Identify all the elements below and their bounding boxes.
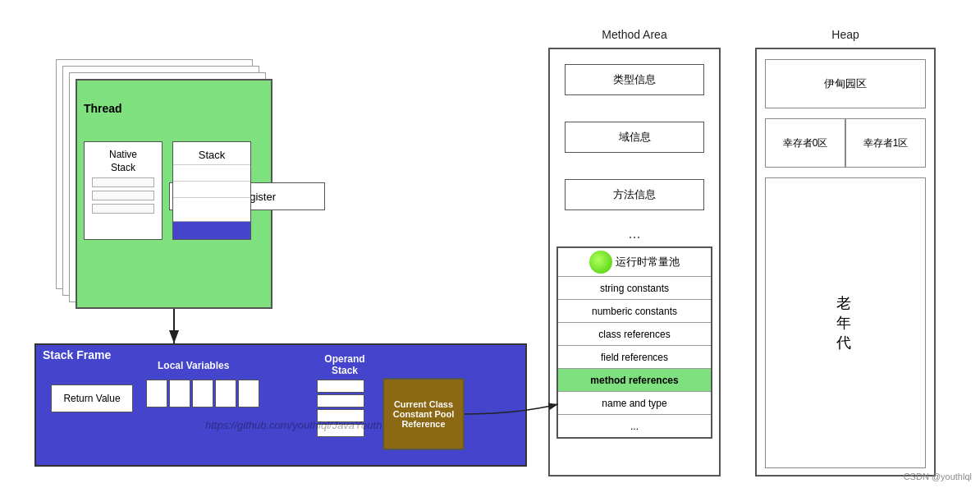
- stack-row-1: [173, 164, 250, 177]
- rcp-box: 运行时常量池 string constantsnumberic constant…: [556, 246, 712, 439]
- rcp-green-dot: [589, 251, 612, 274]
- native-stack-label: NativeStack: [109, 149, 137, 174]
- thread-box: PC Register Thread NativeStack Stack: [76, 79, 272, 309]
- heap-survivor-1-label: 幸存者1区: [863, 136, 909, 150]
- os-cell-2: [317, 394, 364, 407]
- ccpr-box: Current ClassConstant PoolReference: [382, 378, 465, 450]
- ma-item-method: 方法信息: [565, 179, 704, 210]
- native-stack-box: NativeStack: [84, 141, 163, 240]
- diagram-container: PC Register Thread NativeStack Stack Sta…: [0, 0, 980, 488]
- ma-item-method-label: 方法信息: [613, 187, 656, 202]
- heap-survivor-row: 幸存者0区 幸存者1区: [765, 118, 926, 168]
- rcp-row-4: method references: [558, 368, 711, 391]
- local-vars-label: Local Variables: [158, 360, 229, 371]
- rcp-row-3: field references: [558, 345, 711, 368]
- heap-eden-label: 伊甸园区: [824, 76, 867, 91]
- csdn-watermark: CSDN @youthlql: [904, 472, 972, 481]
- os-cell-1: [317, 380, 364, 393]
- rcp-title-row: 运行时常量池: [558, 248, 711, 276]
- operand-stack-label: OperandStack: [320, 353, 369, 376]
- method-area-title: Method Area: [548, 28, 721, 41]
- ma-item-domain-label: 域信息: [619, 130, 651, 145]
- return-value-box: Return Value: [51, 384, 133, 412]
- native-row-1: [92, 177, 153, 187]
- lv-cell-2: [169, 380, 190, 407]
- stack-row-2: [173, 181, 250, 194]
- heap-old-label: 老年代: [836, 293, 854, 352]
- lv-cell-1: [146, 380, 167, 407]
- rcp-row-2: class references: [558, 322, 711, 345]
- ma-item-type: 类型信息: [565, 64, 704, 95]
- native-row-3: [92, 204, 153, 214]
- return-value-label: Return Value: [63, 393, 120, 404]
- heap-survivor-1: 幸存者1区: [845, 118, 926, 168]
- stack-frame-label: Stack Frame: [43, 348, 111, 361]
- rcp-rows-container: string constantsnumberic constantsclass …: [558, 276, 711, 437]
- rcp-row-1: numberic constants: [558, 299, 711, 322]
- stack-box: Stack: [172, 141, 251, 240]
- heap-old: 老年代: [765, 177, 926, 468]
- rcp-row-6: ...: [558, 414, 711, 437]
- local-vars-cells: [146, 380, 259, 407]
- ccpr-label: Current ClassConstant PoolReference: [393, 399, 455, 429]
- lv-cell-4: [215, 380, 236, 407]
- ma-item-type-label: 类型信息: [613, 72, 656, 87]
- heap-eden: 伊甸园区: [765, 59, 926, 108]
- stack-label: Stack: [199, 149, 226, 161]
- rcp-row-0: string constants: [558, 276, 711, 299]
- csdn-handle: @youthlql: [932, 472, 972, 481]
- stack-row-3: [173, 197, 250, 210]
- dots-1: ...: [548, 225, 721, 242]
- lv-cell-3: [192, 380, 213, 407]
- stack-row-blue: [173, 221, 250, 239]
- ma-item-domain: 域信息: [565, 122, 704, 153]
- rcp-row-5: name and type: [558, 391, 711, 414]
- watermark: https://github.com/youthiql/JavaYouth: [205, 419, 382, 431]
- native-row-2: [92, 191, 153, 200]
- rcp-title-label: 运行时常量池: [616, 255, 680, 269]
- heap-survivor-0-label: 幸存者0区: [783, 136, 828, 150]
- heap-survivor-0: 幸存者0区: [765, 118, 845, 168]
- lv-cell-5: [238, 380, 259, 407]
- heap-title: Heap: [755, 28, 936, 41]
- thread-label: Thread: [84, 102, 122, 115]
